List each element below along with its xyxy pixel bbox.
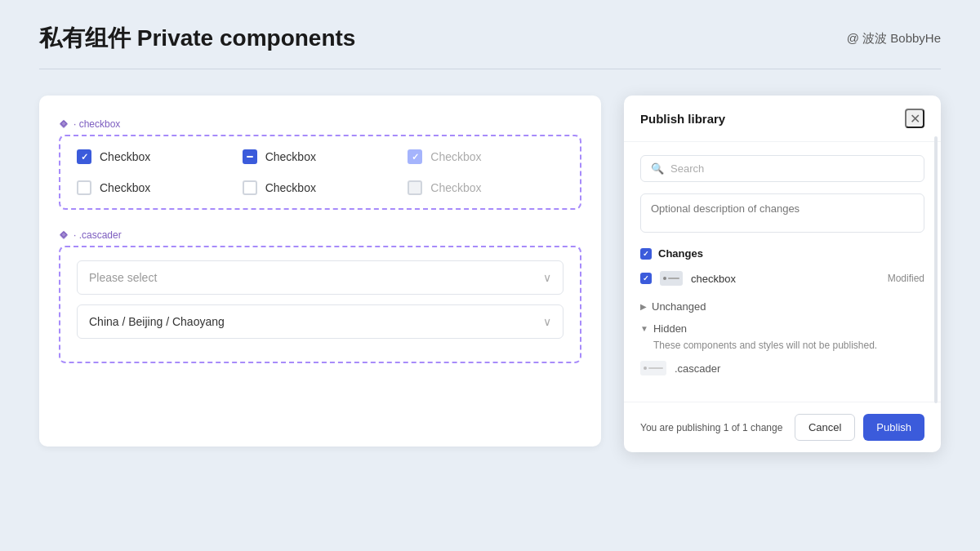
change-item: ✓ checkbox Modified xyxy=(640,266,924,291)
publish-panel-header: Publish library ✕ xyxy=(624,96,941,142)
checkbox-grid: ✓ Checkbox Checkbox ✓ Checkbox xyxy=(77,149,564,195)
hidden-item-icon xyxy=(640,361,666,375)
description-input[interactable] xyxy=(640,193,924,233)
list-item: ✓ Checkbox xyxy=(77,149,233,164)
close-button[interactable]: ✕ xyxy=(905,109,924,128)
change-item-icon xyxy=(660,271,683,286)
expand-arrow-icon: ▼ xyxy=(640,324,648,333)
changes-checkbox[interactable]: ✓ xyxy=(640,248,652,260)
checkbox-indeterminate[interactable] xyxy=(243,149,257,164)
list-item: Checkbox xyxy=(408,180,564,195)
chevron-down-icon: ∨ xyxy=(543,315,551,328)
checkbox-checked[interactable]: ✓ xyxy=(77,149,91,164)
page-title: 私有组件 Private components xyxy=(39,23,355,54)
hidden-section: ▼ Hidden These components and styles wil… xyxy=(640,322,924,379)
user-info: @ 波波 BobbyHe xyxy=(847,31,941,47)
checkbox-checked-light[interactable]: ✓ xyxy=(408,149,422,164)
footer-actions: Cancel Publish xyxy=(795,414,924,441)
page-header: 私有组件 Private components @ 波波 BobbyHe xyxy=(0,0,980,54)
checkbox-section-label: · checkbox xyxy=(59,118,581,130)
cascader-select-filled[interactable]: China / Beijing / Chaoyang ∨ xyxy=(77,304,564,339)
list-item: Checkbox xyxy=(243,149,399,164)
cascader-dashed-box: Please select ∨ China / Beijing / Chaoya… xyxy=(59,246,581,363)
publish-library-panel: Publish library ✕ 🔍 Search ✓ Changes xyxy=(624,96,941,452)
cascader-select-empty[interactable]: Please select ∨ xyxy=(77,260,564,295)
list-item: ✓ Checkbox xyxy=(408,149,564,164)
scrollbar xyxy=(934,136,938,403)
changes-section-header: ✓ Changes xyxy=(640,247,924,260)
main-content: · checkbox ✓ Checkbox Checkbox xyxy=(0,69,980,547)
checkbox-dashed-box: ✓ Checkbox Checkbox ✓ Checkbox xyxy=(59,135,581,210)
diamond-icon xyxy=(59,119,69,129)
search-bar[interactable]: 🔍 Search xyxy=(640,155,924,182)
canvas-panel: · checkbox ✓ Checkbox Checkbox xyxy=(39,96,601,447)
hidden-item: .cascader xyxy=(640,358,924,379)
publish-panel-footer: You are publishing 1 of 1 change Cancel … xyxy=(624,402,941,452)
publish-button[interactable]: Publish xyxy=(863,414,924,441)
checkbox-empty[interactable] xyxy=(243,180,257,195)
change-item-checkbox[interactable]: ✓ xyxy=(640,273,652,284)
publish-panel-title: Publish library xyxy=(640,112,725,126)
hidden-section-header[interactable]: ▼ Hidden xyxy=(640,322,924,335)
cascader-section-label: · .cascader xyxy=(59,229,581,241)
checkbox-empty-light[interactable] xyxy=(408,180,422,195)
list-item: Checkbox xyxy=(243,180,399,195)
checkbox-empty[interactable] xyxy=(77,180,91,195)
publish-panel-body: 🔍 Search ✓ Changes ✓ xyxy=(624,142,941,402)
footer-text: You are publishing 1 of 1 change xyxy=(640,422,782,433)
changes-section: ✓ Changes ✓ checkbox Modified xyxy=(640,247,924,291)
diamond-icon xyxy=(59,230,69,240)
list-item: Checkbox xyxy=(77,180,233,195)
unchanged-section-header[interactable]: ▶ Unchanged xyxy=(640,300,924,313)
cancel-button[interactable]: Cancel xyxy=(795,414,855,441)
collapse-arrow-icon: ▶ xyxy=(640,302,647,311)
search-icon: 🔍 xyxy=(651,162,664,175)
unchanged-section: ▶ Unchanged xyxy=(640,300,924,313)
chevron-down-icon: ∨ xyxy=(543,271,551,284)
